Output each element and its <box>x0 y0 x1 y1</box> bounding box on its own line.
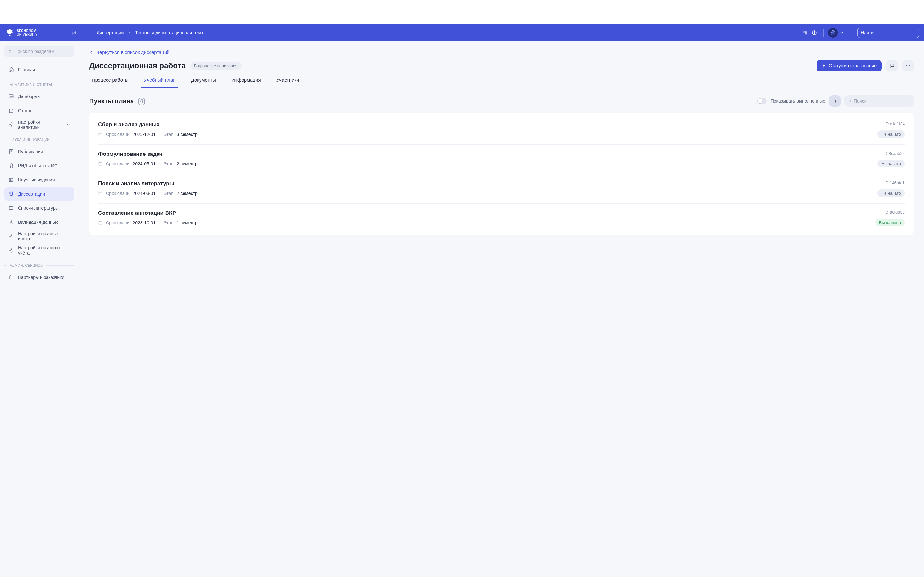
svg-rect-42 <box>99 162 102 165</box>
section-title: Пункты плана <box>89 97 134 105</box>
svg-point-0 <box>9 35 11 36</box>
svg-line-37 <box>850 102 851 102</box>
nav-label: Отчеты <box>18 108 33 113</box>
show-completed-label: Показывать выполненные <box>771 98 825 103</box>
title-row: Диссертационная работа В процессе написа… <box>89 60 914 71</box>
svg-point-9 <box>814 33 814 34</box>
svg-point-27 <box>9 208 10 208</box>
svg-line-16 <box>11 52 11 53</box>
home-icon <box>8 67 14 73</box>
tab-plan[interactable]: Учебный план <box>141 77 178 88</box>
plan-list-card: Сбор и анализ данных ID c1d1f34 Срок сда… <box>89 113 914 235</box>
global-search[interactable] <box>857 27 919 38</box>
plan-search-input[interactable] <box>854 98 910 103</box>
plan-item-meta: Срок сдачи 2023-10-01 Этап 1 семестр <box>98 220 198 226</box>
avatar <box>828 28 838 37</box>
svg-point-31 <box>11 250 12 251</box>
plan-item-status: Не начато <box>877 131 905 138</box>
nav-label: Валидация данных <box>18 219 58 225</box>
tab-info[interactable]: Информация <box>229 77 263 88</box>
show-completed-toggle[interactable] <box>757 98 767 104</box>
pin-toggle-button[interactable] <box>69 28 79 37</box>
plan-item-id: ID 146afd1 <box>884 181 905 185</box>
sidebar-search-input[interactable] <box>15 49 71 54</box>
breadcrumb-root[interactable]: Диссертации <box>97 30 124 35</box>
global-search-input[interactable] <box>861 30 917 35</box>
svg-point-5 <box>804 32 804 33</box>
chevron-left-icon <box>89 50 94 55</box>
sci-account-settings-icon <box>8 247 14 253</box>
sort-icon <box>833 99 837 103</box>
svg-point-36 <box>849 100 851 102</box>
partners-icon <box>8 274 14 280</box>
nav-section-header: АДМИН. СЕРВИСЫ <box>5 263 74 268</box>
analytics-settings-icon <box>8 122 14 127</box>
plan-item[interactable]: Сбор и анализ данных ID c1d1f34 Срок сда… <box>98 115 905 145</box>
nav-reports[interactable]: Отчеты <box>5 104 74 117</box>
navbar-divider <box>796 29 796 37</box>
brand[interactable]: SECHENOV UNIVERSITY <box>5 28 37 37</box>
plan-search[interactable] <box>845 95 914 107</box>
nav-partners[interactable]: Партнеры и заказчики <box>5 271 74 284</box>
plan-item[interactable]: Поиск и анализ литературы ID 146afd1 Сро… <box>98 174 905 203</box>
calendar-icon <box>98 191 103 195</box>
reports-icon <box>8 108 14 113</box>
svg-rect-46 <box>99 192 102 195</box>
user-menu[interactable] <box>828 28 843 37</box>
svg-point-10 <box>832 32 834 34</box>
nav-publications[interactable]: Публикации <box>5 145 74 158</box>
svg-point-7 <box>806 31 807 32</box>
back-link[interactable]: Вернуться в список диссертаций <box>89 49 170 55</box>
comment-icon <box>889 63 895 68</box>
settings-sliders-button[interactable] <box>801 28 810 37</box>
tab-documents[interactable]: Документы <box>189 77 218 88</box>
page-title: Диссертационная работа <box>89 61 186 70</box>
nav-sci-tools-settings[interactable]: Настройки научных инстр. <box>5 229 74 243</box>
svg-point-34 <box>908 65 908 66</box>
svg-point-15 <box>9 50 11 52</box>
nav-label: Настройки научного учёта <box>18 245 71 255</box>
nav-label: Списки литературы <box>18 205 59 211</box>
nav-analytics-settings[interactable]: Настройки аналитики <box>5 118 74 131</box>
sort-button[interactable] <box>829 95 841 107</box>
nav-label: Публикации <box>18 149 43 154</box>
help-button[interactable] <box>810 28 819 37</box>
calendar-icon <box>98 221 103 225</box>
comments-button[interactable] <box>886 60 898 71</box>
status-approval-button[interactable]: Статус и согласование <box>817 60 882 71</box>
nav-home[interactable]: Главная <box>5 63 74 76</box>
search-icon <box>8 49 12 54</box>
plan-item-status: Не начато <box>877 160 905 167</box>
svg-point-26 <box>9 206 10 207</box>
more-button[interactable] <box>902 60 914 71</box>
nav-dashboards[interactable]: Дашборды <box>5 90 74 103</box>
svg-point-22 <box>10 164 13 166</box>
nav-label: Научные издания <box>18 177 55 182</box>
tab-members[interactable]: Участники <box>274 77 302 88</box>
nav-section-header: НАУКА И ИННОВАЦИИ <box>5 138 74 142</box>
brand-logo-icon <box>5 28 14 37</box>
plan-item-title: Поиск и анализ литературы <box>98 181 174 187</box>
calendar-icon <box>98 161 103 166</box>
svg-point-30 <box>11 235 12 237</box>
bolt-icon <box>822 63 826 68</box>
nav-bibliography[interactable]: Списки литературы <box>5 201 74 215</box>
sidebar: Главная АНАЛИТИКА И ОТЧЕТЫДашбордыОтчеты… <box>0 41 79 577</box>
plan-item[interactable]: Формулирование задач ID 8ca5b22 Срок сда… <box>98 145 905 174</box>
plan-item[interactable]: Составление аннотации ВКР ID 60fd356 Сро… <box>98 203 905 233</box>
nav-sci-account-settings[interactable]: Настройки научного учёта <box>5 243 74 257</box>
nav-label: Диссертации <box>18 191 45 197</box>
nav-rid[interactable]: РИД и объекты ИС <box>5 159 74 172</box>
status-badge: В процессе написания <box>190 62 242 70</box>
nav-journals[interactable]: Научные издания <box>5 173 74 187</box>
nav-validation[interactable]: Валидация данных <box>5 215 74 229</box>
nav-section-header: АНАЛИТИКА И ОТЧЕТЫ <box>5 83 74 87</box>
nav-label: Партнеры и заказчики <box>18 275 64 280</box>
help-icon <box>812 30 817 35</box>
sidebar-search[interactable] <box>5 45 74 57</box>
dashboards-icon <box>8 93 14 99</box>
chevron-down-icon <box>66 122 71 127</box>
tab-process[interactable]: Процесс работы <box>89 77 131 88</box>
nav-dissertations[interactable]: Диссертации <box>5 187 74 201</box>
rid-icon <box>8 163 14 169</box>
